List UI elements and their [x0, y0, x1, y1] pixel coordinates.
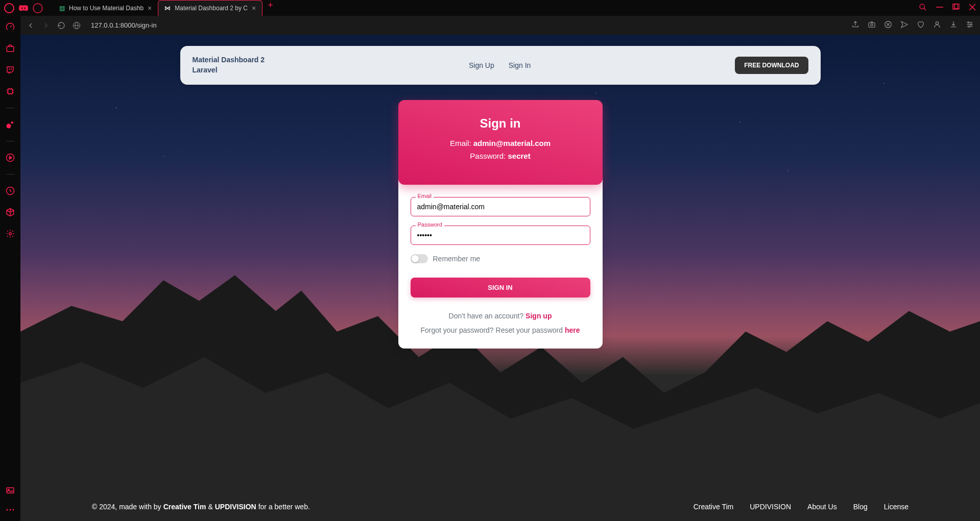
back-icon[interactable]: [27, 21, 35, 30]
card-body: Email Password Remember me SIGN IN Don't…: [398, 172, 603, 349]
signup-link[interactable]: Sign up: [525, 312, 552, 320]
page-viewport: Material Dashboard 2 Laravel Sign Up Sig…: [20, 35, 980, 521]
remember-toggle[interactable]: [411, 254, 428, 263]
share-icon[interactable]: [851, 20, 859, 31]
footer-link-blog[interactable]: Blog: [853, 503, 868, 511]
svg-rect-15: [7, 488, 14, 493]
page-header: Material Dashboard 2 Laravel Sign Up Sig…: [180, 46, 821, 85]
tab-favicon: ▤: [59, 5, 65, 12]
signin-title: Sign in: [411, 116, 590, 131]
speed-dial-icon[interactable]: [5, 22, 15, 32]
remember-label: Remember me: [433, 255, 481, 263]
svg-point-10: [11, 121, 14, 124]
card-header: Sign in Email: admin@material.com Passwo…: [398, 100, 603, 185]
cube-icon[interactable]: [5, 207, 15, 217]
adblock-icon[interactable]: [884, 20, 892, 31]
nav-signup[interactable]: Sign Up: [469, 61, 494, 69]
reset-here-link[interactable]: here: [565, 326, 580, 334]
url-text[interactable]: 127.0.0.1:8000/sign-in: [91, 21, 157, 29]
svg-point-9: [7, 124, 11, 129]
site-info-icon[interactable]: [73, 21, 81, 30]
pinned-icon[interactable]: [5, 119, 15, 130]
divider: [6, 141, 14, 141]
tab-favicon: ⋈: [164, 5, 171, 12]
settings-icon[interactable]: [966, 20, 974, 31]
password-group: Password: [411, 226, 590, 245]
snapshot-icon[interactable]: [868, 20, 876, 31]
svg-point-18: [10, 509, 11, 511]
divider: [6, 108, 14, 108]
opera-logo-icon[interactable]: [4, 3, 14, 13]
more-icon[interactable]: [5, 505, 15, 515]
email-label: Email: [416, 193, 434, 199]
signin-button[interactable]: SIGN IN: [411, 278, 590, 297]
history-icon[interactable]: [5, 186, 15, 196]
footer-link-updivision[interactable]: UPDIVISION: [750, 503, 791, 511]
close-icon[interactable]: ×: [148, 4, 152, 12]
browser-titlebar: ▤ How to Use Material Dashb × ⋈ Material…: [0, 0, 980, 16]
copyright: © 2024, made with by Creative Tim & UPDI…: [92, 503, 310, 511]
discord-icon[interactable]: [18, 3, 29, 13]
svg-rect-8: [8, 89, 13, 94]
download-button[interactable]: FREE DOWNLOAD: [735, 57, 808, 74]
nav-signin[interactable]: Sign In: [509, 61, 531, 69]
opera-secondary-icon[interactable]: [33, 3, 43, 13]
minimize-icon[interactable]: [936, 4, 943, 13]
svg-point-17: [7, 509, 8, 511]
briefcase-icon[interactable]: [5, 43, 15, 54]
password-label: Password: [416, 221, 444, 228]
browser-tab-1[interactable]: ⋈ Material Dashboard 2 by C ×: [158, 0, 262, 16]
brand-line2: Laravel: [193, 65, 265, 76]
reload-icon[interactable]: [57, 21, 65, 30]
heart-icon[interactable]: [917, 20, 925, 31]
divider: [6, 174, 14, 175]
new-tab-button[interactable]: +: [262, 0, 278, 16]
email-group: Email: [411, 197, 590, 216]
close-window-icon[interactable]: [969, 4, 976, 13]
footer-link-about[interactable]: About Us: [807, 503, 837, 511]
gear-icon[interactable]: [5, 229, 15, 239]
profile-icon[interactable]: [933, 20, 941, 31]
forward-icon: [42, 21, 50, 30]
footer-creative-tim[interactable]: Creative Tim: [163, 503, 206, 511]
hint-password: Password: secret: [411, 152, 590, 160]
browser-sidebar: [0, 16, 20, 521]
svg-marker-12: [10, 156, 12, 159]
hint-email: Email: admin@material.com: [411, 139, 590, 147]
footer-link-creative-tim[interactable]: Creative Tim: [694, 503, 734, 511]
footer-link-license[interactable]: License: [884, 503, 909, 511]
svg-point-24: [871, 23, 873, 26]
svg-point-28: [936, 21, 938, 24]
send-icon[interactable]: [900, 20, 909, 31]
browser-tabs: ▤ How to Use Material Dashb × ⋈ Material…: [53, 0, 278, 16]
no-account-text: Don't have an account? Sign up: [411, 312, 590, 320]
svg-point-19: [13, 509, 14, 511]
forgot-text: Forgot your password? Reset your passwor…: [411, 326, 590, 334]
tab-title: How to Use Material Dashb: [69, 5, 144, 12]
brand-line1: Material Dashboard 2: [193, 55, 265, 65]
password-field[interactable]: [411, 226, 590, 245]
page-footer: © 2024, made with by Creative Tim & UPDI…: [20, 503, 980, 511]
footer-updivision[interactable]: UPDIVISION: [215, 503, 256, 511]
brand[interactable]: Material Dashboard 2 Laravel: [193, 55, 265, 75]
image-icon[interactable]: [5, 485, 15, 495]
tab-title: Material Dashboard 2 by C: [175, 5, 248, 12]
email-field[interactable]: [411, 197, 590, 216]
play-icon[interactable]: [5, 153, 15, 163]
signin-card: Sign in Email: admin@material.com Passwo…: [398, 100, 603, 349]
remember-row: Remember me: [411, 254, 590, 263]
maximize-icon[interactable]: [952, 4, 960, 13]
svg-point-34: [968, 26, 970, 27]
search-icon[interactable]: [919, 3, 927, 13]
browser-tab-0[interactable]: ▤ How to Use Material Dashb ×: [53, 0, 158, 16]
twitch-icon[interactable]: [5, 65, 15, 75]
close-icon[interactable]: ×: [252, 4, 256, 12]
chip-icon[interactable]: [5, 86, 15, 96]
svg-rect-23: [869, 22, 875, 27]
browser-addressbar: 127.0.0.1:8000/sign-in: [20, 16, 980, 35]
svg-point-0: [920, 4, 924, 9]
svg-point-33: [970, 23, 972, 25]
svg-line-1: [924, 8, 926, 10]
download-icon[interactable]: [949, 20, 958, 31]
svg-point-14: [9, 233, 12, 235]
